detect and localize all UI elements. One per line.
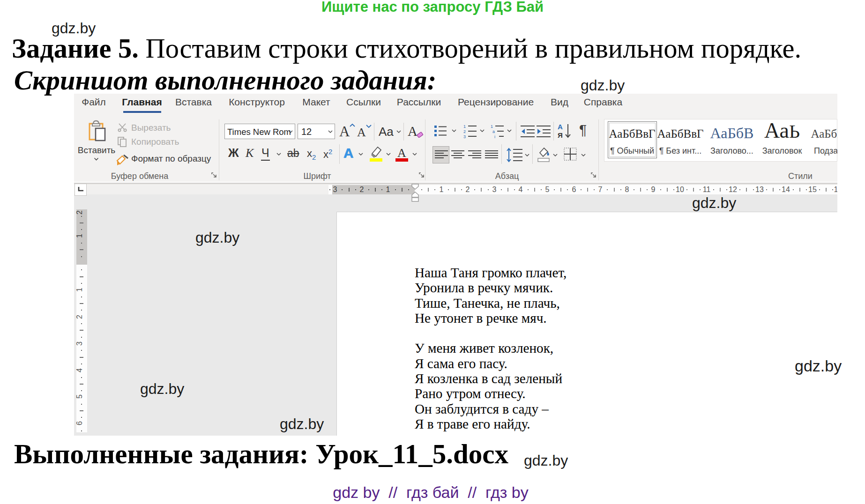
svg-text:1: 1 <box>491 124 493 129</box>
svg-text:i: i <box>494 134 495 139</box>
svg-text:3: 3 <box>463 134 466 139</box>
svg-text:a: a <box>492 129 495 134</box>
svg-text:1: 1 <box>463 124 466 129</box>
svg-text:2: 2 <box>463 129 466 134</box>
